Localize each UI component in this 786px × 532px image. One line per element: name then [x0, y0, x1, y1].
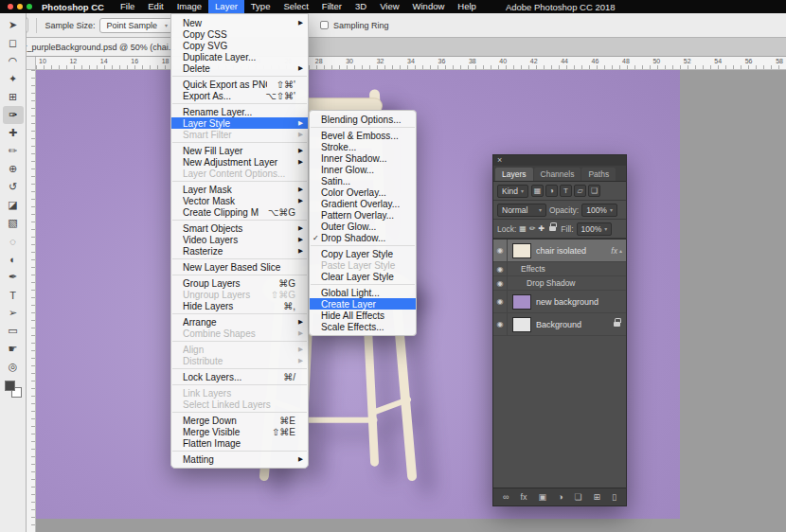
smart-object-filter-icon[interactable]: ❏: [588, 185, 600, 197]
history-brush-tool[interactable]: ↺: [3, 178, 24, 196]
menu-item[interactable]: Hide All Effects: [310, 310, 416, 321]
pixel-layer-filter-icon[interactable]: ▦: [531, 185, 544, 197]
menu-item[interactable]: Global Light...: [310, 287, 416, 298]
menu-item[interactable]: Align: [171, 344, 308, 355]
app-menu[interactable]: Photoshop CC: [42, 2, 104, 12]
menu-item[interactable]: Bevel & Emboss...: [310, 130, 416, 141]
menubar-item[interactable]: Window: [406, 0, 452, 13]
menu-item[interactable]: Scale Effects...: [310, 321, 416, 332]
menubar-item[interactable]: Layer: [208, 0, 244, 13]
color-swatches[interactable]: [5, 381, 22, 398]
lasso-tool[interactable]: ◠: [3, 52, 24, 70]
tab-paths[interactable]: Paths: [581, 168, 616, 181]
new-layer-icon[interactable]: ⊞: [593, 492, 600, 502]
delete-layer-icon[interactable]: ▯: [612, 492, 616, 502]
quick-selection-tool[interactable]: ✦: [3, 70, 24, 88]
layer-row-background[interactable]: ◉ Background: [493, 313, 626, 336]
pen-tool[interactable]: ✒: [3, 268, 24, 286]
menu-item[interactable]: Merge Down ⌘E: [171, 415, 308, 426]
lock-all-icon[interactable]: [549, 226, 556, 231]
document-tab[interactable]: chair_purpleBackground.psd @ 50% (chai..…: [0, 38, 198, 56]
menubar-item[interactable]: View: [373, 0, 405, 13]
menu-item[interactable]: Rename Layer...: [171, 106, 308, 117]
type-layer-filter-icon[interactable]: T: [560, 185, 572, 197]
menu-item[interactable]: Video Layers: [171, 234, 308, 245]
fill-select[interactable]: 100% ▾: [577, 222, 613, 236]
menu-item[interactable]: New Layer Based Slice: [171, 261, 308, 273]
menu-item[interactable]: Inner Glow...: [310, 164, 416, 175]
opacity-select[interactable]: 100% ▾: [581, 204, 617, 217]
zoom-window-icon[interactable]: [27, 4, 32, 9]
menu-item[interactable]: Create Clipping Mask ⌥⌘G: [171, 206, 308, 218]
menubar-item[interactable]: Select: [277, 0, 314, 13]
gradient-tool[interactable]: ▧: [3, 214, 24, 232]
menu-item[interactable]: Paste Layer Style: [310, 259, 416, 271]
dodge-tool[interactable]: ◐: [3, 250, 24, 268]
menu-item[interactable]: Duplicate Layer...: [171, 51, 308, 62]
crop-tool[interactable]: ⊞: [3, 88, 24, 106]
menu-item[interactable]: Gradient Overlay...: [310, 198, 416, 209]
eyedropper-tool[interactable]: ✑: [3, 106, 24, 124]
horizontal-ruler[interactable]: 1012141618202224262830323436384042444648…: [36, 57, 786, 70]
menu-item[interactable]: Vector Mask: [171, 195, 308, 206]
menu-item[interactable]: Flatten Image: [171, 437, 308, 449]
menubar-item[interactable]: File: [114, 0, 141, 13]
menu-item[interactable]: Clear Layer Style: [310, 271, 416, 282]
panel-titlebar[interactable]: ×: [493, 155, 626, 166]
menu-item[interactable]: Stroke...: [310, 141, 416, 152]
blend-mode-select[interactable]: Normal ▾: [497, 204, 546, 217]
brush-tool[interactable]: ✏: [3, 142, 24, 160]
menu-item[interactable]: Combine Shapes: [171, 328, 308, 339]
link-layers-icon[interactable]: ∞: [503, 492, 509, 502]
menubar-item[interactable]: Type: [244, 0, 277, 13]
menu-item[interactable]: Inner Shadow...: [310, 152, 416, 164]
layer-thumbnail[interactable]: [512, 294, 531, 310]
menu-item[interactable]: Link Layers: [171, 387, 308, 399]
layer-mask-icon[interactable]: ▣: [538, 492, 546, 502]
menu-item[interactable]: Blending Options...: [310, 114, 416, 125]
blur-tool[interactable]: ◌: [3, 232, 24, 250]
drop-shadow-effect-row[interactable]: ◉ Drop Shadow: [493, 276, 626, 291]
menu-item[interactable]: Hide Layers ⌘,: [171, 300, 308, 311]
menu-item[interactable]: Ungroup Layers ⇧⌘G: [171, 289, 308, 300]
menubar-item[interactable]: Image: [170, 0, 208, 13]
sample-size-select[interactable]: Point Sample ▾: [99, 18, 174, 33]
tab-layers[interactable]: Layers: [495, 168, 533, 181]
menubar-item[interactable]: 3D: [348, 0, 373, 13]
layer-thumbnail[interactable]: [512, 243, 531, 258]
menu-item[interactable]: Matting: [171, 453, 308, 465]
move-tool[interactable]: ➤: [3, 16, 24, 34]
layer-style-icon[interactable]: fx: [520, 492, 527, 502]
clone-stamp-tool[interactable]: ⊕: [3, 160, 24, 178]
eraser-tool[interactable]: ◪: [3, 196, 24, 214]
collapse-effects-icon[interactable]: ▴: [619, 247, 622, 254]
lock-transparent-pixels-icon[interactable]: ▦: [519, 224, 527, 233]
visibility-eye-icon[interactable]: ◉: [493, 239, 508, 261]
effects-row[interactable]: ◉ Effects: [493, 262, 626, 276]
menu-item[interactable]: Copy SVG: [171, 40, 308, 51]
menu-item[interactable]: Export As... ⌥⇧⌘': [171, 90, 308, 101]
marquee-tool[interactable]: ◻: [3, 34, 24, 52]
menu-item[interactable]: Smart Filter: [171, 129, 308, 140]
menubar-item[interactable]: Help: [451, 0, 483, 13]
menu-item[interactable]: Merge Visible ⇧⌘E: [171, 426, 308, 437]
menu-item[interactable]: Copy Layer Style: [310, 248, 416, 259]
vertical-ruler[interactable]: [27, 70, 36, 532]
zoom-tool[interactable]: ◎: [3, 358, 24, 376]
menu-item[interactable]: Rasterize: [171, 245, 308, 257]
menu-item[interactable]: Outer Glow...: [310, 221, 416, 232]
menu-item[interactable]: Layer Mask: [171, 184, 308, 195]
menu-item[interactable]: Distribute: [171, 355, 308, 366]
menu-item[interactable]: Group Layers ⌘G: [171, 277, 308, 289]
kind-filter-select[interactable]: Kind ▾: [497, 185, 528, 198]
menu-item[interactable]: Lock Layers... ⌘/: [171, 371, 308, 382]
layer-row-chair-isolated[interactable]: ◉ chair isolated fx ▴: [493, 239, 626, 262]
foreground-color-swatch[interactable]: [5, 381, 15, 391]
visibility-eye-icon[interactable]: ◉: [493, 276, 508, 290]
menu-item[interactable]: Pattern Overlay...: [310, 209, 416, 221]
menu-item[interactable]: Layer Content Options...: [171, 168, 308, 179]
adjustment-layer-icon[interactable]: ◑: [558, 492, 563, 502]
menubar-item[interactable]: Edit: [141, 0, 170, 13]
tab-channels[interactable]: Channels: [534, 168, 581, 181]
visibility-eye-icon[interactable]: ◉: [493, 313, 508, 335]
